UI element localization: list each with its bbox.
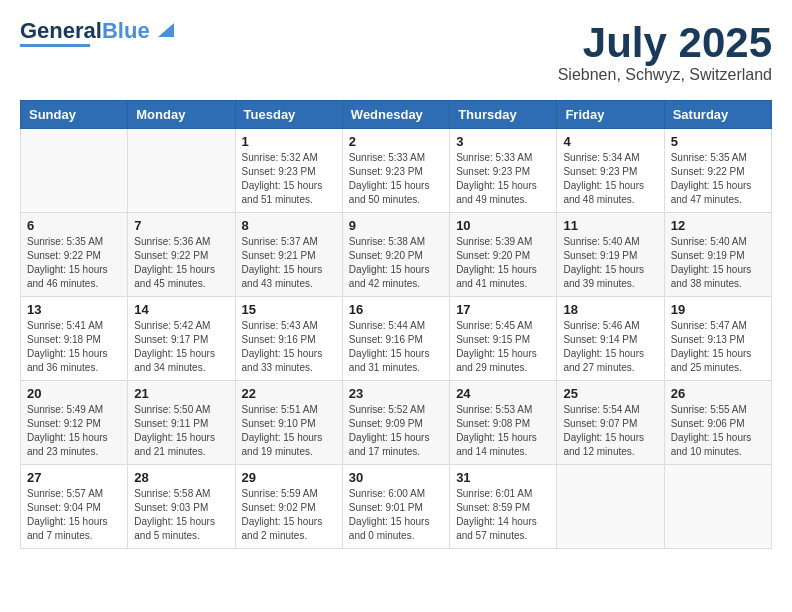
day-cell: 5Sunrise: 5:35 AM Sunset: 9:22 PM Daylig… [664,129,771,213]
day-info: Sunrise: 5:43 AM Sunset: 9:16 PM Dayligh… [242,319,336,375]
weekday-header-tuesday: Tuesday [235,101,342,129]
day-info: Sunrise: 5:51 AM Sunset: 9:10 PM Dayligh… [242,403,336,459]
day-info: Sunrise: 5:40 AM Sunset: 9:19 PM Dayligh… [563,235,657,291]
day-info: Sunrise: 5:41 AM Sunset: 9:18 PM Dayligh… [27,319,121,375]
week-row-5: 27Sunrise: 5:57 AM Sunset: 9:04 PM Dayli… [21,465,772,549]
day-info: Sunrise: 5:40 AM Sunset: 9:19 PM Dayligh… [671,235,765,291]
weekday-header-thursday: Thursday [450,101,557,129]
day-number: 23 [349,386,443,401]
day-number: 18 [563,302,657,317]
day-info: Sunrise: 5:44 AM Sunset: 9:16 PM Dayligh… [349,319,443,375]
day-cell: 16Sunrise: 5:44 AM Sunset: 9:16 PM Dayli… [342,297,449,381]
day-cell: 26Sunrise: 5:55 AM Sunset: 9:06 PM Dayli… [664,381,771,465]
day-number: 7 [134,218,228,233]
day-number: 1 [242,134,336,149]
day-number: 26 [671,386,765,401]
page-header: GeneralBlue July 2025 Siebnen, Schwyz, S… [20,20,772,84]
day-cell: 1Sunrise: 5:32 AM Sunset: 9:23 PM Daylig… [235,129,342,213]
day-number: 25 [563,386,657,401]
day-info: Sunrise: 5:39 AM Sunset: 9:20 PM Dayligh… [456,235,550,291]
title-area: July 2025 Siebnen, Schwyz, Switzerland [558,20,772,84]
logo-text: GeneralBlue [20,20,150,42]
day-cell: 10Sunrise: 5:39 AM Sunset: 9:20 PM Dayli… [450,213,557,297]
weekday-header-saturday: Saturday [664,101,771,129]
day-cell: 11Sunrise: 5:40 AM Sunset: 9:19 PM Dayli… [557,213,664,297]
day-number: 22 [242,386,336,401]
day-info: Sunrise: 6:01 AM Sunset: 8:59 PM Dayligh… [456,487,550,543]
day-info: Sunrise: 5:45 AM Sunset: 9:15 PM Dayligh… [456,319,550,375]
day-cell: 22Sunrise: 5:51 AM Sunset: 9:10 PM Dayli… [235,381,342,465]
day-cell [557,465,664,549]
day-cell: 6Sunrise: 5:35 AM Sunset: 9:22 PM Daylig… [21,213,128,297]
weekday-header-sunday: Sunday [21,101,128,129]
month-title: July 2025 [558,20,772,66]
day-cell: 3Sunrise: 5:33 AM Sunset: 9:23 PM Daylig… [450,129,557,213]
day-number: 17 [456,302,550,317]
day-number: 14 [134,302,228,317]
svg-marker-0 [158,23,174,37]
day-number: 6 [27,218,121,233]
day-number: 3 [456,134,550,149]
day-number: 11 [563,218,657,233]
day-number: 30 [349,470,443,485]
day-info: Sunrise: 5:35 AM Sunset: 9:22 PM Dayligh… [671,151,765,207]
day-number: 29 [242,470,336,485]
day-cell: 24Sunrise: 5:53 AM Sunset: 9:08 PM Dayli… [450,381,557,465]
day-info: Sunrise: 5:42 AM Sunset: 9:17 PM Dayligh… [134,319,228,375]
day-cell: 18Sunrise: 5:46 AM Sunset: 9:14 PM Dayli… [557,297,664,381]
day-info: Sunrise: 5:54 AM Sunset: 9:07 PM Dayligh… [563,403,657,459]
day-number: 2 [349,134,443,149]
day-info: Sunrise: 5:32 AM Sunset: 9:23 PM Dayligh… [242,151,336,207]
day-cell: 14Sunrise: 5:42 AM Sunset: 9:17 PM Dayli… [128,297,235,381]
day-number: 16 [349,302,443,317]
weekday-header-friday: Friday [557,101,664,129]
day-cell: 2Sunrise: 5:33 AM Sunset: 9:23 PM Daylig… [342,129,449,213]
day-number: 8 [242,218,336,233]
day-info: Sunrise: 5:37 AM Sunset: 9:21 PM Dayligh… [242,235,336,291]
day-cell: 21Sunrise: 5:50 AM Sunset: 9:11 PM Dayli… [128,381,235,465]
day-info: Sunrise: 5:33 AM Sunset: 9:23 PM Dayligh… [456,151,550,207]
day-info: Sunrise: 5:33 AM Sunset: 9:23 PM Dayligh… [349,151,443,207]
day-number: 12 [671,218,765,233]
day-number: 13 [27,302,121,317]
day-number: 31 [456,470,550,485]
day-info: Sunrise: 5:35 AM Sunset: 9:22 PM Dayligh… [27,235,121,291]
day-info: Sunrise: 5:36 AM Sunset: 9:22 PM Dayligh… [134,235,228,291]
day-number: 10 [456,218,550,233]
logo-line [20,44,90,47]
weekday-header-monday: Monday [128,101,235,129]
day-info: Sunrise: 5:57 AM Sunset: 9:04 PM Dayligh… [27,487,121,543]
week-row-3: 13Sunrise: 5:41 AM Sunset: 9:18 PM Dayli… [21,297,772,381]
day-number: 19 [671,302,765,317]
day-cell: 15Sunrise: 5:43 AM Sunset: 9:16 PM Dayli… [235,297,342,381]
day-info: Sunrise: 5:38 AM Sunset: 9:20 PM Dayligh… [349,235,443,291]
day-cell: 28Sunrise: 5:58 AM Sunset: 9:03 PM Dayli… [128,465,235,549]
day-number: 27 [27,470,121,485]
logo-icon [152,19,174,41]
day-cell: 23Sunrise: 5:52 AM Sunset: 9:09 PM Dayli… [342,381,449,465]
day-info: Sunrise: 5:34 AM Sunset: 9:23 PM Dayligh… [563,151,657,207]
day-cell: 31Sunrise: 6:01 AM Sunset: 8:59 PM Dayli… [450,465,557,549]
day-info: Sunrise: 5:58 AM Sunset: 9:03 PM Dayligh… [134,487,228,543]
day-cell: 4Sunrise: 5:34 AM Sunset: 9:23 PM Daylig… [557,129,664,213]
day-cell: 17Sunrise: 5:45 AM Sunset: 9:15 PM Dayli… [450,297,557,381]
day-info: Sunrise: 5:46 AM Sunset: 9:14 PM Dayligh… [563,319,657,375]
day-number: 28 [134,470,228,485]
day-cell: 8Sunrise: 5:37 AM Sunset: 9:21 PM Daylig… [235,213,342,297]
day-info: Sunrise: 5:50 AM Sunset: 9:11 PM Dayligh… [134,403,228,459]
day-cell: 20Sunrise: 5:49 AM Sunset: 9:12 PM Dayli… [21,381,128,465]
day-info: Sunrise: 5:59 AM Sunset: 9:02 PM Dayligh… [242,487,336,543]
day-cell [664,465,771,549]
day-number: 20 [27,386,121,401]
week-row-1: 1Sunrise: 5:32 AM Sunset: 9:23 PM Daylig… [21,129,772,213]
day-cell: 19Sunrise: 5:47 AM Sunset: 9:13 PM Dayli… [664,297,771,381]
day-cell [21,129,128,213]
day-cell: 9Sunrise: 5:38 AM Sunset: 9:20 PM Daylig… [342,213,449,297]
week-row-2: 6Sunrise: 5:35 AM Sunset: 9:22 PM Daylig… [21,213,772,297]
day-number: 21 [134,386,228,401]
day-info: Sunrise: 5:52 AM Sunset: 9:09 PM Dayligh… [349,403,443,459]
day-number: 5 [671,134,765,149]
day-number: 15 [242,302,336,317]
day-cell: 27Sunrise: 5:57 AM Sunset: 9:04 PM Dayli… [21,465,128,549]
day-info: Sunrise: 5:53 AM Sunset: 9:08 PM Dayligh… [456,403,550,459]
